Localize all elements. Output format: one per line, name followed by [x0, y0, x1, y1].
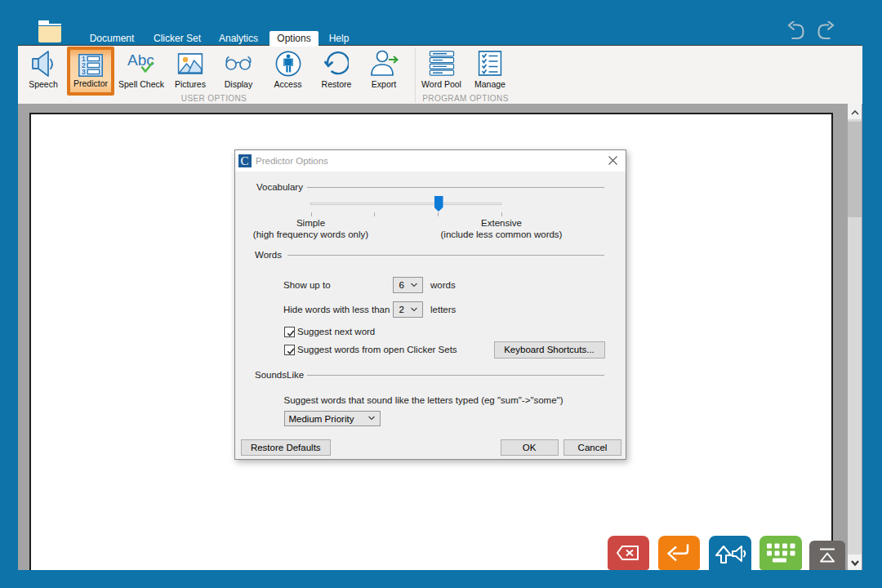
svg-text:3: 3 [82, 68, 86, 76]
